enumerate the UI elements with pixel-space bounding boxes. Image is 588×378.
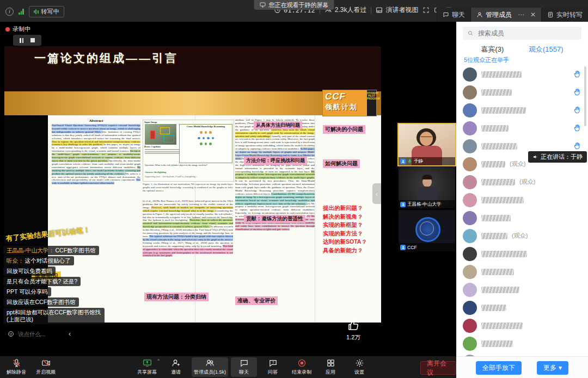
share-screen-button[interactable]: ^ 共享屏幕 — [134, 357, 160, 377]
stop-recording-button[interactable] — [30, 38, 35, 42]
search-icon — [467, 30, 474, 36]
video-tile-speaker[interactable]: 于静 — [399, 124, 455, 165]
chevron-up-icon[interactable]: ^ — [157, 358, 160, 363]
pause-recording-button[interactable] — [20, 38, 23, 43]
member-name-censored — [481, 269, 514, 275]
collapse-video-column-handle[interactable]: ‹ — [372, 183, 381, 204]
view-mode-switcher[interactable]: 演讲者视图 — [376, 5, 418, 15]
leave-meeting-button[interactable]: 离开会议 — [420, 361, 456, 375]
member-role-label: (观众) — [519, 178, 535, 186]
member-row[interactable] — [456, 317, 588, 334]
watching-notification: 您正在观看于静的屏幕 — [254, 0, 334, 10]
video-thumbnails-column: 于静 王昌栋-中山大学 CCF — [384, 22, 456, 356]
raised-hand-icon[interactable] — [573, 124, 581, 132]
emoji-icon[interactable] — [8, 331, 14, 337]
raised-hand-icon[interactable] — [573, 142, 581, 150]
member-avatar — [463, 247, 477, 261]
member-row[interactable] — [456, 119, 588, 137]
member-row[interactable] — [456, 191, 588, 209]
chat-overlay: 王晶晶-中山大学：CCF数字图书馆听众：这个对话很贴心了回放可以免费看吗是只有会… — [3, 246, 105, 339]
collapse-chat-button[interactable]: ‹ — [65, 328, 75, 339]
chat-input-pill[interactable] — [3, 328, 63, 339]
more-options-icon[interactable]: ⋯ — [518, 11, 524, 18]
member-row[interactable] — [456, 263, 588, 281]
member-panel-footer: 全部手放下 更多 ▾ — [456, 356, 588, 378]
raised-hand-icon[interactable] — [573, 106, 581, 114]
chat-message: PPT 可以分享吗 — [3, 287, 51, 296]
new-point-item: 解决的新视角？ — [323, 213, 367, 221]
tab-members[interactable]: 管理成员 ⋯ ✕ — [470, 8, 541, 22]
fullscreen-icon[interactable] — [422, 7, 430, 14]
tab-audience[interactable]: 观众(1557) — [529, 45, 564, 54]
figure-1: Input Image Dense Captions Cross-Modal K… — [143, 120, 234, 182]
raised-hand-icon[interactable] — [573, 88, 581, 96]
recording-indicator: 录制中 — [5, 25, 41, 46]
member-name-censored — [481, 287, 519, 293]
thumbs-up-icon[interactable] — [347, 319, 360, 332]
chat-icon — [240, 358, 249, 368]
apps-button[interactable]: 应用 — [317, 357, 344, 377]
tab-guests[interactable]: 嘉宾(3) — [481, 45, 504, 54]
raised-hand-icon[interactable] — [573, 70, 581, 78]
annotation-contribution: 贡献：凝练方法的普适性 — [244, 215, 305, 223]
member-badge-icon — [400, 159, 406, 164]
waveform-icon — [34, 9, 39, 15]
raise-hand-note[interactable]: 5位观众正在举手 — [464, 56, 509, 64]
annotation-existing-problem: 现有方法问题：分类归纳 — [144, 293, 209, 301]
watching-notification-text: 您正在观看于静的屏幕 — [269, 1, 329, 9]
apps-grid-icon — [326, 358, 335, 368]
member-role-label: (观众) — [512, 232, 528, 240]
video-tile-ccf[interactable]: CCF — [399, 210, 455, 251]
tab-transcript[interactable]: 实时转写 — [541, 8, 588, 22]
member-row[interactable] — [456, 65, 588, 83]
new-point-item: 具备的新能力？ — [323, 246, 367, 255]
panel-scrollbar[interactable] — [584, 66, 586, 126]
member-avatar — [463, 175, 477, 189]
video-participant-name: 王昌栋-中山大学 — [407, 201, 441, 208]
member-row[interactable] — [456, 101, 588, 119]
lower-all-hands-button[interactable]: 全部手放下 — [476, 361, 522, 375]
recording-dot-icon — [5, 27, 10, 32]
member-avatar — [463, 67, 477, 82]
view-mode-label: 演讲者视图 — [385, 5, 418, 15]
start-video-button[interactable]: 开启视频 — [33, 357, 59, 377]
unmute-button[interactable]: 解除静音 — [3, 357, 29, 377]
member-name-censored — [481, 340, 513, 347]
member-search[interactable] — [463, 27, 581, 40]
transcribing-indicator[interactable]: 转写中 — [29, 6, 64, 17]
like-widget[interactable]: 1.2万 — [346, 319, 360, 342]
info-icon[interactable]: i — [5, 8, 14, 16]
camera-off-icon — [41, 358, 51, 368]
member-row[interactable] — [456, 209, 588, 227]
member-tabs: 嘉宾(3) 观众(1557) — [456, 44, 588, 55]
member-row[interactable]: ……(观众) — [456, 352, 588, 356]
member-row[interactable] — [456, 299, 588, 317]
invite-button[interactable]: 邀请 — [163, 357, 189, 377]
member-row[interactable]: (观众) — [456, 173, 588, 191]
close-panel-icon[interactable]: ✕ — [530, 11, 536, 18]
annotation-method-intro: 方法介绍：呼应挑战和问题 — [244, 157, 307, 165]
chat-button[interactable]: 聊天 — [231, 357, 257, 377]
recording-label: 录制中 — [13, 25, 30, 33]
member-row[interactable] — [456, 334, 588, 352]
chat-input[interactable] — [17, 330, 58, 338]
tab-chat[interactable]: 聊天 — [437, 8, 470, 22]
more-button[interactable]: 更多 ▾ — [537, 361, 568, 375]
stop-record-button[interactable]: 结束录制 — [289, 357, 315, 377]
member-avatar — [463, 157, 477, 171]
member-row[interactable] — [456, 245, 588, 263]
video-tile-participant[interactable]: 王昌栋-中山大学 — [399, 167, 455, 208]
chat-messages: 王晶晶-中山大学：CCF数字图书馆听众：这个对话很贴心了回放可以免费看吗是只有会… — [3, 246, 105, 324]
annotation-solvable: 可解决的小问题 — [323, 125, 365, 134]
member-panel: 嘉宾(3) 观众(1557) 5位观众正在举手 (观众)(观众)(观众)……(观… — [456, 22, 588, 356]
member-list: (观众)(观众)(观众)……(观众) — [456, 65, 588, 356]
member-row[interactable]: (观众) — [456, 227, 588, 245]
search-input[interactable] — [477, 29, 566, 38]
member-row[interactable] — [456, 83, 588, 101]
member-row[interactable] — [456, 281, 588, 299]
manage-members-button[interactable]: 管理成员(1.5k) — [192, 357, 228, 377]
qa-button[interactable]: ? 问答 — [260, 357, 286, 377]
settings-button[interactable]: 设置 — [346, 357, 372, 377]
abstract-heading: Abstract — [52, 119, 140, 123]
chevron-down-icon: ▾ — [559, 364, 562, 371]
